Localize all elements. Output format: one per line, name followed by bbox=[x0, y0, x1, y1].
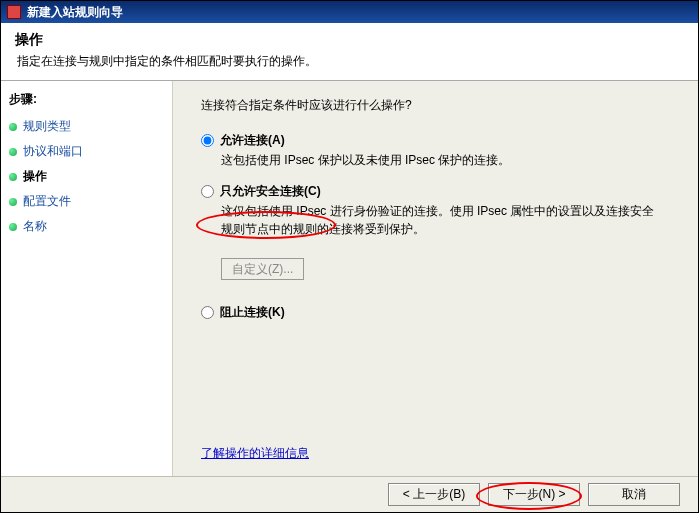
radio-allow[interactable] bbox=[201, 134, 214, 147]
wizard-header: 操作 指定在连接与规则中指定的条件相匹配时要执行的操作。 bbox=[1, 23, 698, 81]
step-name[interactable]: 名称 bbox=[9, 218, 164, 235]
option-allow-secure-label[interactable]: 只允许安全连接(C) bbox=[220, 183, 321, 200]
customize-button: 自定义(Z)... bbox=[221, 258, 304, 280]
step-label: 名称 bbox=[23, 218, 47, 235]
option-block[interactable]: 阻止连接(K) bbox=[201, 304, 678, 321]
titlebar: 新建入站规则向导 bbox=[1, 1, 698, 23]
page-title: 操作 bbox=[15, 31, 684, 49]
step-label: 规则类型 bbox=[23, 118, 71, 135]
step-label: 协议和端口 bbox=[23, 143, 83, 160]
option-allow-secure[interactable]: 只允许安全连接(C) bbox=[201, 183, 678, 200]
option-allow[interactable]: 允许连接(A) bbox=[201, 132, 678, 149]
radio-allow-secure[interactable] bbox=[201, 185, 214, 198]
more-info-link[interactable]: 了解操作的详细信息 bbox=[201, 445, 309, 462]
prompt-text: 连接符合指定条件时应该进行什么操作? bbox=[201, 97, 678, 114]
step-action[interactable]: 操作 bbox=[9, 168, 164, 185]
steps-sidebar: 步骤: 规则类型 协议和端口 操作 配置文件 名称 bbox=[1, 81, 173, 476]
page-subtitle: 指定在连接与规则中指定的条件相匹配时要执行的操作。 bbox=[17, 53, 684, 70]
back-button[interactable]: < 上一步(B) bbox=[388, 483, 480, 506]
bullet-icon bbox=[9, 148, 17, 156]
cancel-button[interactable]: 取消 bbox=[588, 483, 680, 506]
option-allow-label[interactable]: 允许连接(A) bbox=[220, 132, 285, 149]
bullet-icon bbox=[9, 173, 17, 181]
bullet-icon bbox=[9, 123, 17, 131]
radio-block[interactable] bbox=[201, 306, 214, 319]
firewall-icon bbox=[7, 5, 21, 19]
option-block-label[interactable]: 阻止连接(K) bbox=[220, 304, 285, 321]
step-label: 配置文件 bbox=[23, 193, 71, 210]
option-allow-secure-desc: 这仅包括使用 IPsec 进行身份验证的连接。使用 IPsec 属性中的设置以及… bbox=[221, 202, 661, 238]
steps-heading: 步骤: bbox=[9, 91, 164, 108]
content-pane: 连接符合指定条件时应该进行什么操作? 允许连接(A) 这包括使用 IPsec 保… bbox=[173, 81, 698, 476]
bullet-icon bbox=[9, 198, 17, 206]
wizard-body: 步骤: 规则类型 协议和端口 操作 配置文件 名称 连接符合指定条件时应该进行什… bbox=[1, 81, 698, 476]
option-allow-desc: 这包括使用 IPsec 保护以及未使用 IPsec 保护的连接。 bbox=[221, 151, 661, 169]
bullet-icon bbox=[9, 223, 17, 231]
step-label: 操作 bbox=[23, 168, 47, 185]
window-title: 新建入站规则向导 bbox=[27, 4, 123, 21]
step-profile[interactable]: 配置文件 bbox=[9, 193, 164, 210]
wizard-footer: < 上一步(B) 下一步(N) > 取消 bbox=[1, 476, 698, 512]
next-button[interactable]: 下一步(N) > bbox=[488, 483, 580, 506]
step-rule-type[interactable]: 规则类型 bbox=[9, 118, 164, 135]
step-protocol-ports[interactable]: 协议和端口 bbox=[9, 143, 164, 160]
